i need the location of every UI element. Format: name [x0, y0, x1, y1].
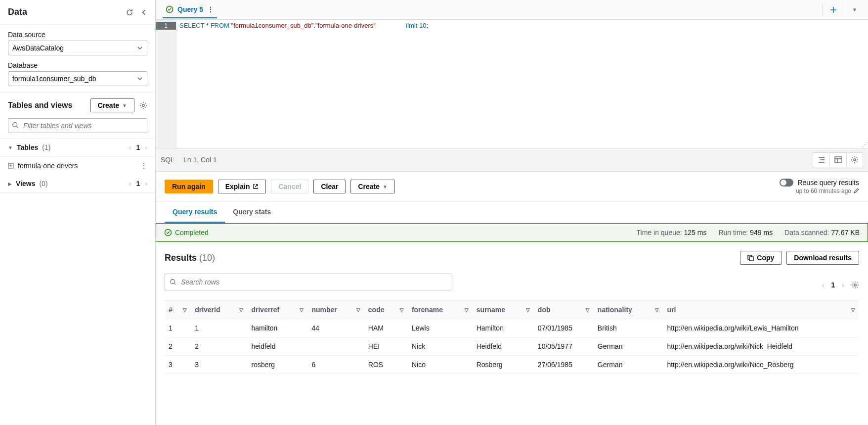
tables-views-header: Tables and views Create▼ — [0, 92, 155, 118]
sidebar-header: Data — [0, 0, 155, 25]
results-tabs: Query results Query stats — [156, 202, 868, 223]
edit-icon[interactable] — [853, 188, 859, 194]
tab-query-stats[interactable]: Query stats — [225, 202, 279, 223]
search-rows-input[interactable] — [165, 274, 451, 290]
main-panel: Query 5 ⋮ ▼ 1 SELECT * FROM "formula1con… — [156, 0, 868, 425]
results-table: #▽driverid▽driverref▽number▽code▽forenam… — [165, 300, 859, 374]
layout-button[interactable] — [829, 152, 846, 167]
data-sidebar: Data Data source AwsDataCatalog Database… — [0, 0, 156, 425]
table-cell: http://en.wikipedia.org/wiki/Nick_Heidfe… — [663, 337, 859, 356]
next-page-icon[interactable]: › — [842, 281, 844, 289]
cursor-position: Ln 1, Col 1 — [183, 156, 217, 164]
tables-category[interactable]: ▼ Tables (1) ‹ 1 › — [0, 138, 155, 157]
format-button[interactable] — [813, 152, 829, 167]
column-header[interactable]: #▽ — [165, 301, 191, 319]
completed-label: Completed — [175, 229, 209, 236]
more-icon[interactable]: ⋮ — [140, 162, 147, 170]
collapse-icon[interactable] — [140, 9, 147, 16]
filter-icon[interactable]: ▽ — [526, 307, 530, 313]
table-cell: British — [594, 319, 663, 337]
table-cell: http://en.wikipedia.org/wiki/Lewis_Hamil… — [663, 319, 859, 337]
table-item[interactable]: formula-one-drivers ⋮ — [0, 157, 155, 175]
table-cell: 3 — [165, 356, 191, 374]
data-source-label: Data source — [8, 31, 147, 39]
table-cell: 07/01/1985 — [534, 319, 594, 337]
data-source-select[interactable]: AwsDataCatalog — [8, 41, 147, 55]
tab-menu-button[interactable]: ▼ — [846, 1, 863, 18]
column-header[interactable]: code▽ — [364, 301, 408, 319]
tables-views-title: Tables and views — [8, 101, 72, 110]
create-button[interactable]: Create▼ — [90, 98, 135, 112]
editor-content[interactable]: SELECT * FROM "formula1consumer_sub_db".… — [176, 20, 868, 148]
chevron-right-icon[interactable]: › — [145, 180, 147, 188]
column-header[interactable]: driverref▽ — [247, 301, 307, 319]
resize-handle-icon[interactable]: ⋰ — [862, 141, 868, 148]
table-row[interactable]: 33rosberg6ROSNicoRosberg27/06/1985German… — [165, 356, 859, 374]
table-cell: HAM — [364, 319, 408, 337]
filter-icon[interactable]: ▽ — [239, 307, 243, 313]
column-header[interactable]: number▽ — [307, 301, 364, 319]
chevron-down-icon: ▼ — [852, 7, 857, 12]
table-cell: German — [594, 337, 663, 356]
copy-button[interactable]: Copy — [740, 251, 781, 265]
tab-query-5[interactable]: Query 5 ⋮ — [163, 1, 217, 18]
chevron-left-icon[interactable]: ‹ — [129, 143, 131, 151]
column-header[interactable]: dob▽ — [534, 301, 594, 319]
filter-icon[interactable]: ▽ — [465, 307, 469, 313]
tab-query-results[interactable]: Query results — [165, 202, 225, 223]
chevron-right-icon[interactable]: › — [145, 143, 147, 151]
table-cell: 3 — [191, 356, 247, 374]
settings-button[interactable] — [846, 152, 863, 167]
prev-page-icon[interactable]: ‹ — [822, 281, 825, 289]
chevron-left-icon[interactable]: ‹ — [129, 180, 131, 188]
sidebar-title: Data — [8, 7, 27, 17]
explain-button[interactable]: Explain — [218, 180, 266, 193]
svg-point-0 — [142, 104, 144, 106]
column-header[interactable]: forename▽ — [408, 301, 473, 319]
gear-icon[interactable] — [851, 281, 859, 289]
editor-status-bar: SQL Ln 1, Col 1 — [156, 148, 868, 172]
table-cell: hamilton — [247, 319, 307, 337]
svg-point-5 — [854, 159, 856, 161]
check-icon — [164, 229, 172, 236]
table-row[interactable]: 11hamilton44HAMLewisHamilton07/01/1985Br… — [165, 319, 859, 337]
filter-icon[interactable]: ▽ — [851, 307, 855, 313]
gear-icon[interactable] — [139, 101, 147, 109]
table-cell: 1 — [165, 319, 191, 337]
clear-button[interactable]: Clear — [313, 180, 346, 193]
add-tab-button[interactable] — [825, 1, 842, 18]
filter-tables-input[interactable] — [8, 118, 147, 133]
filter-icon[interactable]: ▽ — [586, 307, 590, 313]
table-cell: 27/06/1985 — [534, 356, 594, 374]
filter-icon[interactable]: ▽ — [300, 307, 304, 313]
column-header[interactable]: url▽ — [663, 301, 859, 319]
editor-lang: SQL — [161, 156, 174, 164]
column-header[interactable]: nationality▽ — [594, 301, 663, 319]
download-results-button[interactable]: Download results — [786, 251, 859, 265]
cancel-button: Cancel — [271, 180, 308, 193]
chevron-right-icon: ▶ — [8, 181, 12, 187]
more-icon[interactable]: ⋮ — [207, 5, 214, 13]
table-cell: Lewis — [408, 319, 473, 337]
views-category[interactable]: ▶ Views (0) ‹ 1 › — [0, 175, 155, 193]
copy-icon — [747, 255, 754, 261]
reuse-toggle[interactable] — [780, 179, 793, 187]
filter-icon[interactable]: ▽ — [183, 307, 187, 313]
column-header[interactable]: driverid▽ — [191, 301, 247, 319]
table-cell: 2 — [165, 337, 191, 356]
table-cell: German — [594, 356, 663, 374]
table-cell: http://en.wikipedia.org/wiki/Nico_Rosber… — [663, 356, 859, 374]
sql-editor[interactable]: 1 SELECT * FROM "formula1consumer_sub_db… — [156, 20, 868, 148]
database-select[interactable]: formula1consumer_sub_db — [8, 71, 147, 86]
expand-icon[interactable] — [8, 163, 14, 169]
create-query-button[interactable]: Create▼ — [350, 180, 395, 193]
column-header[interactable]: surname▽ — [473, 301, 534, 319]
filter-icon[interactable]: ▽ — [400, 307, 404, 313]
query-tab-bar: Query 5 ⋮ ▼ — [156, 0, 868, 20]
filter-icon[interactable]: ▽ — [655, 307, 659, 313]
filter-icon[interactable]: ▽ — [356, 307, 360, 313]
table-row[interactable]: 22heidfeldHEINickHeidfeld10/05/1977Germa… — [165, 337, 859, 356]
run-again-button[interactable]: Run again — [165, 180, 213, 193]
refresh-icon[interactable] — [126, 8, 133, 16]
search-icon — [170, 279, 176, 285]
